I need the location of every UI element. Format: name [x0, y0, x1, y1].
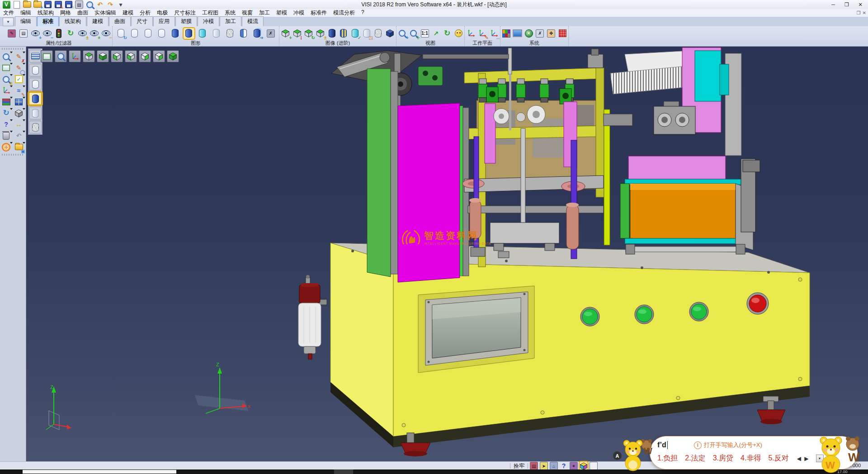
render-settings[interactable]: ✗ [265, 28, 276, 39]
hide-all[interactable]: − [100, 28, 111, 39]
menu-模流分析[interactable]: 模流分析 [330, 9, 358, 17]
menu-塑模[interactable]: 塑模 [273, 9, 290, 17]
tab-冲模[interactable]: 冲模 [198, 16, 219, 26]
ime-candidate[interactable]: 4.非得 [741, 454, 761, 463]
display-shaded-edges[interactable] [184, 28, 194, 39]
view-iso-solid[interactable] [167, 50, 179, 62]
solid-hatched[interactable] [373, 28, 384, 39]
solid-edit-face[interactable]: ◳ [361, 28, 372, 39]
attribute-library[interactable] [1, 96, 12, 107]
view-top[interactable] [83, 50, 95, 62]
tab-建模[interactable]: 建模 [87, 16, 108, 26]
measure-dimension[interactable]: ↔ [14, 119, 24, 130]
status-doc[interactable]: ▤ [530, 462, 538, 470]
strip-hidden-line[interactable] [29, 78, 42, 90]
workplane-edit[interactable]: ✎ [477, 28, 488, 39]
visi-logo[interactable]: V [2, 0, 11, 9]
modify-attributes[interactable]: ✎ [6, 28, 17, 39]
status-pick[interactable]: ➤ [540, 462, 548, 470]
solid-verify[interactable]: ✓ [349, 28, 360, 39]
ime-prev-page-button[interactable]: ◀ [797, 455, 802, 462]
strip-flat[interactable] [29, 107, 42, 119]
status-help[interactable]: ? [560, 462, 568, 470]
tab-应用[interactable]: 应用 [153, 16, 175, 26]
minimize-button[interactable]: ─ [826, 0, 840, 9]
customize-toolbar-dropdown[interactable]: ▾ [116, 0, 125, 9]
menu-编辑[interactable]: 编辑 [17, 9, 34, 17]
solids-show-add[interactable]: + [280, 28, 291, 39]
menu-标准件[interactable]: 标准件 [307, 9, 330, 17]
solid-striped[interactable] [338, 28, 349, 39]
tab-编辑[interactable]: 编辑 [15, 16, 37, 26]
spline-edit[interactable]: ≈✎ [14, 85, 24, 96]
viewport-3d[interactable]: Z Z X [26, 47, 868, 461]
status-glove[interactable] [590, 462, 598, 470]
view-front[interactable] [125, 50, 137, 62]
lock-toggle[interactable]: 拴牢 [512, 462, 526, 470]
view-zoom-dynamic[interactable] [55, 50, 67, 62]
strip-menu[interactable] [29, 50, 42, 62]
export-save[interactable]: ↑ [64, 0, 73, 9]
show-all[interactable]: + [89, 28, 99, 39]
menu-工程图[interactable]: 工程图 [199, 9, 222, 17]
solids-filter-traffic[interactable]: ⋮ [292, 28, 302, 39]
ime-next-page-button[interactable]: ▶ [804, 455, 809, 462]
select-mode-hand[interactable]: ✥ [546, 28, 557, 39]
tab-塑膜[interactable]: 塑膜 [175, 16, 197, 26]
display-hidden-line[interactable] [142, 28, 153, 39]
system-options-globe[interactable]: ✕ [524, 28, 534, 39]
view-bottom[interactable] [97, 50, 109, 62]
zoom-window[interactable]: ± [1, 74, 12, 85]
ime-candidate[interactable]: 1.负担 [657, 454, 678, 463]
solids-refresh[interactable]: ↻ [303, 28, 314, 39]
color-table[interactable] [501, 28, 512, 39]
view-direction-arrow[interactable]: ↗ [430, 28, 441, 39]
command-input-strip[interactable] [23, 470, 176, 474]
regenerate-wireframe[interactable]: ↻ [115, 28, 126, 39]
context-help[interactable]: ? [1, 119, 12, 130]
child-close-button[interactable]: ✕ [863, 10, 866, 15]
display-copy[interactable]: ➔ [252, 28, 263, 39]
display-translucent[interactable] [197, 28, 208, 39]
menu-电极[interactable]: 电极 [154, 9, 171, 17]
hide-elements-subtract[interactable]: − [42, 28, 52, 39]
strip-wireframe[interactable] [29, 64, 42, 76]
ime-candidate[interactable]: 3.房贷 [713, 454, 733, 463]
selection-filter-traffic-light[interactable] [53, 28, 64, 39]
toolbar-grip[interactable] [2, 154, 24, 156]
display-mixed[interactable] [238, 28, 249, 39]
workplane-align[interactable]: ↔ [489, 28, 500, 39]
open-copy[interactable]: + [33, 0, 42, 9]
menu-尺寸标注[interactable]: 尺寸标注 [171, 9, 199, 17]
view-back[interactable] [153, 50, 165, 62]
refresh-filter[interactable]: ↻ [65, 28, 76, 39]
tab-dropdown-button[interactable]: ▼ [3, 18, 14, 26]
view-axes-iso[interactable] [69, 50, 81, 62]
ime-composition[interactable]: f’d [657, 441, 668, 449]
zoom-extents[interactable]: ✛ [408, 28, 419, 39]
menu-?[interactable]: ? [358, 9, 368, 17]
show-elements-add[interactable]: + [30, 28, 41, 39]
close-button[interactable]: ✕ [854, 0, 867, 9]
draw-sketch-pencil[interactable]: ✎◯ [14, 62, 24, 73]
menu-曲面[interactable]: 曲面 [74, 9, 91, 17]
open-file[interactable] [23, 0, 32, 9]
menu-网格[interactable]: 网格 [57, 9, 74, 17]
preview-zoom[interactable] [85, 0, 94, 9]
strip-hatched[interactable] [29, 121, 42, 133]
tab-尺寸[interactable]: 尺寸 [131, 16, 153, 26]
toolbar-grip[interactable] [2, 48, 24, 50]
status-snap[interactable]: ⌂ [550, 462, 558, 470]
menu-视窗[interactable]: 视窗 [239, 9, 256, 17]
ime-candidate[interactable]: 2.法定 [685, 454, 705, 463]
child-restore-button[interactable]: ❒ [857, 10, 861, 15]
tab-模流[interactable]: 模流 [242, 16, 264, 26]
display-hidden-dashed[interactable] [156, 28, 167, 39]
restore-button[interactable]: ❒ [840, 0, 854, 9]
workplane-set[interactable] [466, 28, 476, 39]
menu-线架构[interactable]: 线架构 [34, 9, 57, 17]
display-flat[interactable] [211, 28, 222, 39]
ime-candidate[interactable]: 5.反对 [768, 454, 788, 463]
display-settings[interactable] [512, 28, 523, 39]
print[interactable]: ▤ [75, 0, 84, 9]
